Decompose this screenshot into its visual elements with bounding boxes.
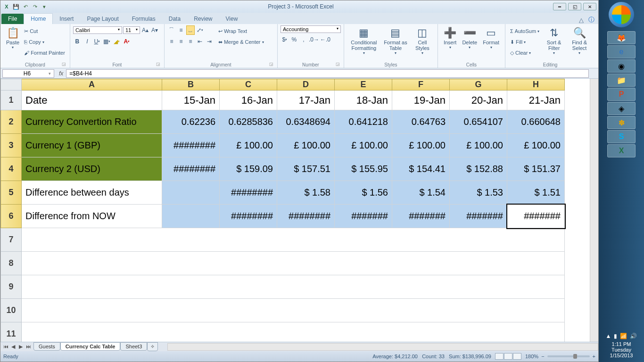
alignment-launcher-icon[interactable]: ◲ xyxy=(269,62,274,67)
underline-button[interactable]: U▾ xyxy=(93,37,101,46)
row-10[interactable] xyxy=(22,299,565,322)
conditional-formatting-button[interactable]: ▦Conditional Formatting▾ xyxy=(347,25,381,56)
align-bottom-icon[interactable]: ⎵ xyxy=(186,25,195,35)
sheet-tab-currency[interactable]: Currency Calc Table xyxy=(60,342,121,351)
cell-d1[interactable]: 17-Jan xyxy=(277,90,335,110)
fill-color-button[interactable]: ◢▾ xyxy=(113,37,121,46)
font-color-button[interactable]: A▾ xyxy=(123,37,131,46)
cell-g1[interactable]: 20-Jan xyxy=(450,90,507,110)
col-header-d[interactable]: D xyxy=(277,79,335,90)
vertical-scrollbar[interactable] xyxy=(590,79,598,342)
row-header-7[interactable]: 7 xyxy=(1,228,22,252)
cell-styles-button[interactable]: ◫Cell Styles▾ xyxy=(410,25,435,56)
number-format-combo[interactable]: Accounting▾ xyxy=(281,25,341,33)
row-header-9[interactable]: 9 xyxy=(1,275,22,299)
col-header-g[interactable]: G xyxy=(450,79,507,90)
col-header-h[interactable]: H xyxy=(507,79,565,90)
taskbar-explorer[interactable]: 📁 xyxy=(607,74,636,87)
taskbar-chrome[interactable]: ◉ xyxy=(607,59,636,73)
sheet-tab-sheet3[interactable]: Sheet3 xyxy=(120,342,147,351)
fill-button[interactable]: ⬇Fill▾ xyxy=(510,37,539,47)
horizontal-scrollbar[interactable] xyxy=(167,343,598,351)
cell-d2[interactable]: 0.6348694 xyxy=(277,110,335,134)
row-9[interactable] xyxy=(22,275,565,299)
font-name-combo[interactable]: Calibri ▾ xyxy=(73,26,122,34)
cell-f3[interactable]: £ 100.00 xyxy=(392,134,450,157)
cell-a5[interactable]: Difference between days xyxy=(22,181,162,205)
cell-d4[interactable]: $ 157.51 xyxy=(277,157,335,181)
file-tab[interactable]: File xyxy=(1,14,24,24)
row-header-4[interactable]: 4 xyxy=(1,157,22,181)
help-icon[interactable]: ⓘ xyxy=(588,16,594,24)
row-11[interactable] xyxy=(22,322,565,342)
increase-decimal-icon[interactable]: .0→ xyxy=(309,35,319,44)
sort-filter-button[interactable]: ⇅Sort & Filter▾ xyxy=(541,25,567,56)
row-8[interactable] xyxy=(22,252,565,275)
cell-c3[interactable]: £ 100.00 xyxy=(220,134,277,157)
cell-h5[interactable]: $ 1.51 xyxy=(507,181,565,205)
font-launcher-icon[interactable]: ◲ xyxy=(156,62,161,67)
decrease-decimal-icon[interactable]: ←.0 xyxy=(320,35,330,44)
align-center-icon[interactable]: ≡ xyxy=(177,37,185,46)
clipboard-launcher-icon[interactable]: ◲ xyxy=(61,62,67,67)
format-cells-button[interactable]: ▭Format▾ xyxy=(480,25,502,50)
cell-d3[interactable]: £ 100.00 xyxy=(277,134,335,157)
cell-f4[interactable]: $ 154.41 xyxy=(392,157,450,181)
col-header-f[interactable]: F xyxy=(392,79,450,90)
cell-h1[interactable]: 21-Jan xyxy=(507,90,565,110)
row-header-1[interactable]: 1 xyxy=(1,90,22,110)
comma-icon[interactable]: , xyxy=(299,35,308,44)
taskbar-powerpoint[interactable]: P xyxy=(607,88,636,101)
cell-f1[interactable]: 19-Jan xyxy=(392,90,450,110)
cell-a4[interactable]: Currency 2 (USD) xyxy=(22,157,162,181)
sheet-nav-arrows[interactable]: ⏮◀▶⏭ xyxy=(0,344,33,350)
shrink-font-icon[interactable]: A▾ xyxy=(150,25,159,35)
cell-e3[interactable]: £ 100.00 xyxy=(335,134,392,157)
cell-c6[interactable]: ######## xyxy=(220,205,277,228)
cell-b1[interactable]: 15-Jan xyxy=(162,90,220,110)
bold-button[interactable]: B xyxy=(73,37,82,46)
taskbar-skype[interactable]: S xyxy=(607,130,636,143)
tab-insert[interactable]: Insert xyxy=(53,14,80,24)
cell-c1[interactable]: 16-Jan xyxy=(220,90,277,110)
tray-volume-icon[interactable]: 🔊 xyxy=(630,333,637,339)
tray-network-icon[interactable]: 📶 xyxy=(620,333,627,339)
redo-icon[interactable]: ↷ xyxy=(31,2,39,11)
worksheet[interactable]: A B C D E F G H 1 Date 15-Jan 16-Jan 17-… xyxy=(0,79,565,342)
taskbar-app2[interactable]: ✽ xyxy=(607,116,636,129)
row-7[interactable] xyxy=(22,228,565,252)
cell-g5[interactable]: $ 1.53 xyxy=(450,181,507,205)
taskbar-firefox[interactable]: 🦊 xyxy=(607,31,636,44)
tab-view[interactable]: View xyxy=(219,14,245,24)
new-sheet-button[interactable]: ✧ xyxy=(147,342,158,351)
taskbar-excel[interactable]: X xyxy=(607,144,636,157)
find-select-button[interactable]: 🔍Find & Select▾ xyxy=(567,25,592,56)
cell-e5[interactable]: $ 1.56 xyxy=(335,181,392,205)
cell-h2[interactable]: 0.660648 xyxy=(507,110,565,134)
row-header-8[interactable]: 8 xyxy=(1,252,22,275)
cell-e1[interactable]: 18-Jan xyxy=(335,90,392,110)
cut-button[interactable]: ✂Cut xyxy=(24,26,65,36)
cell-g4[interactable]: $ 152.88 xyxy=(450,157,507,181)
start-button[interactable] xyxy=(609,2,634,27)
format-painter-button[interactable]: 🖌Format Painter xyxy=(24,48,65,58)
qat-dropdown-icon[interactable]: ▾ xyxy=(40,2,49,11)
format-table-button[interactable]: ▤Format as Table▾ xyxy=(381,25,410,56)
tab-home[interactable]: Home xyxy=(24,13,53,24)
restore-button[interactable]: ◱ xyxy=(568,3,581,10)
tray-time[interactable]: 1:11 PM xyxy=(601,341,642,347)
autosum-button[interactable]: ΣAutoSum▾ xyxy=(510,26,539,36)
col-header-b[interactable]: B xyxy=(162,79,220,90)
zoom-slider[interactable] xyxy=(547,355,590,357)
cell-b6[interactable] xyxy=(162,205,220,228)
col-header-e[interactable]: E xyxy=(335,79,392,90)
cell-b5[interactable] xyxy=(162,181,220,205)
percent-icon[interactable]: % xyxy=(290,35,298,44)
decrease-indent-icon[interactable]: ⇤ xyxy=(196,37,204,46)
row-header-6[interactable]: 6 xyxy=(1,205,22,228)
select-all-corner[interactable] xyxy=(1,79,22,90)
border-button[interactable]: ▦▾ xyxy=(103,37,111,46)
align-right-icon[interactable]: ≡ xyxy=(186,37,195,46)
name-box[interactable]: H6▾ xyxy=(2,69,54,78)
close-button[interactable]: ✕ xyxy=(583,3,596,10)
